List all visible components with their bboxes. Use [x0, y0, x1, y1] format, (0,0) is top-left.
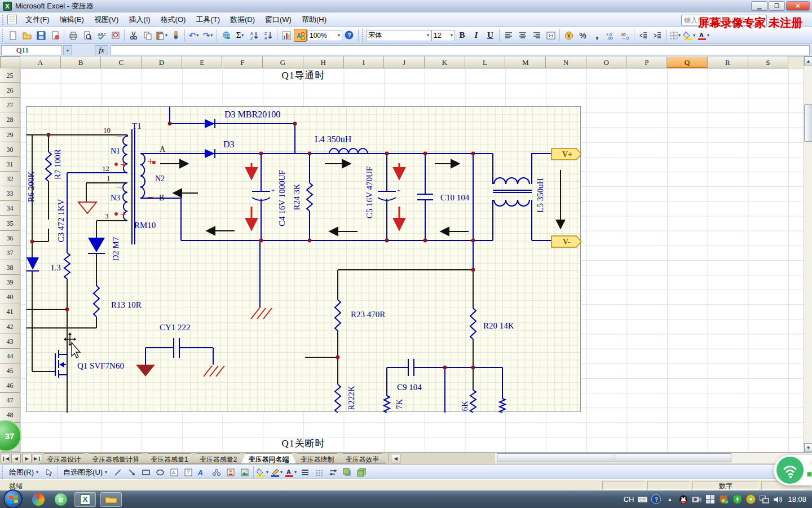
- row-header-33[interactable]: 33: [0, 186, 20, 201]
- name-box[interactable]: Q11: [1, 45, 62, 55]
- sort-ascending-icon[interactable]: AZ: [248, 29, 261, 42]
- shadow-style-icon[interactable]: [341, 466, 354, 479]
- paste-icon[interactable]: ▾: [155, 29, 168, 42]
- column-header-N[interactable]: N: [546, 56, 586, 68]
- insert-picture-icon[interactable]: [238, 466, 251, 479]
- menu-insert[interactable]: 插入(I): [123, 13, 155, 27]
- line-style-icon[interactable]: [298, 466, 311, 479]
- rectangle-icon[interactable]: [139, 466, 152, 479]
- decrease-decimal-icon[interactable]: .00→.0: [619, 29, 632, 42]
- restore-button[interactable]: ❐: [769, 1, 785, 11]
- bold-button[interactable]: B: [456, 29, 469, 42]
- undo-icon[interactable]: ↶▾: [187, 29, 200, 42]
- row-header-38[interactable]: 38: [0, 260, 20, 275]
- row-header-28[interactable]: 28: [0, 112, 20, 127]
- next-sheet-icon[interactable]: ▶: [22, 454, 32, 463]
- column-header-E[interactable]: E: [182, 56, 223, 68]
- arrow-style-icon[interactable]: [326, 466, 339, 479]
- permission-icon[interactable]: [48, 29, 61, 42]
- format-painter-icon[interactable]: [169, 29, 182, 42]
- spelling-icon[interactable]: ABC: [95, 29, 108, 42]
- sort-descending-icon[interactable]: ZA: [262, 29, 275, 42]
- clock[interactable]: 18:08: [788, 495, 806, 503]
- taskbar-app-icon-browser[interactable]: e: [54, 492, 68, 507]
- column-header-F[interactable]: F: [223, 56, 263, 68]
- row-header-25[interactable]: 25: [0, 68, 20, 83]
- font-color-icon[interactable]: A▾: [697, 29, 710, 42]
- network-icon[interactable]: [760, 494, 769, 504]
- start-button[interactable]: [3, 489, 23, 508]
- textbox-icon[interactable]: A: [167, 466, 180, 479]
- menu-help[interactable]: 帮助(H): [297, 13, 332, 27]
- help-icon[interactable]: ?: [343, 29, 356, 42]
- qq-icon[interactable]: [678, 494, 688, 504]
- bear-security-icon[interactable]: [719, 494, 729, 504]
- row-header-39[interactable]: 39: [0, 275, 20, 290]
- row-header-47[interactable]: 47: [0, 393, 20, 408]
- taskbar-app-icon-360[interactable]: [31, 492, 46, 507]
- vertical-scroll-thumb[interactable]: [804, 104, 812, 142]
- chart-wizard-icon[interactable]: [280, 29, 293, 42]
- font-size-select[interactable]: 12▾: [431, 30, 455, 41]
- row-header-27[interactable]: 27: [0, 98, 20, 112]
- show-hidden-icons[interactable]: ▲: [665, 494, 674, 504]
- italic-button[interactable]: I: [470, 29, 483, 42]
- horizontal-scrollbar[interactable]: ⁞⁞⁞: [495, 453, 812, 463]
- green-shield-icon[interactable]: [732, 494, 742, 504]
- menu-edit[interactable]: 编辑(E): [55, 13, 89, 27]
- recorder-icon[interactable]: [692, 494, 701, 504]
- column-header-O[interactable]: O: [586, 56, 627, 68]
- row-header-40[interactable]: 40: [0, 290, 20, 304]
- font-color-icon[interactable]: A▾: [284, 466, 297, 479]
- close-button[interactable]: ✕: [786, 1, 810, 11]
- increase-indent-icon[interactable]: [651, 29, 664, 42]
- vertical-textbox-icon[interactable]: [182, 466, 195, 479]
- row-header-45[interactable]: 45: [0, 364, 20, 378]
- oval-icon[interactable]: [153, 466, 166, 479]
- name-box-dropdown-icon[interactable]: ▾: [63, 45, 72, 55]
- sheet-tab-5[interactable]: 变压器绕制: [293, 453, 341, 464]
- select-all-corner[interactable]: [0, 56, 20, 68]
- save-icon[interactable]: [34, 29, 47, 42]
- currency-icon[interactable]: ¥: [562, 29, 575, 42]
- row-header-32[interactable]: 32: [0, 172, 20, 186]
- align-left-icon[interactable]: [502, 29, 515, 42]
- fill-color-icon[interactable]: ▾: [256, 466, 269, 479]
- row-header-36[interactable]: 36: [0, 231, 20, 246]
- column-header-I[interactable]: I: [344, 56, 385, 68]
- cut-icon[interactable]: [127, 29, 140, 42]
- line-color-icon[interactable]: ▾: [270, 466, 283, 479]
- autosum-icon[interactable]: Σ▾: [233, 29, 246, 42]
- column-header-M[interactable]: M: [505, 56, 546, 68]
- hyperlink-icon[interactable]: [219, 29, 232, 42]
- column-header-P[interactable]: P: [627, 56, 668, 68]
- autoshapes-menu-button[interactable]: 自选图形(U)▾: [60, 466, 111, 479]
- sheet-tab-2[interactable]: 变压器感量1: [143, 453, 196, 464]
- row-header-35[interactable]: 35: [0, 216, 20, 231]
- column-header-L[interactable]: L: [465, 56, 506, 68]
- column-header-J[interactable]: J: [384, 56, 425, 68]
- column-header-A[interactable]: A: [20, 56, 61, 68]
- first-sheet-icon[interactable]: ❙◀: [1, 454, 10, 463]
- menu-window[interactable]: 窗口(W): [260, 13, 297, 27]
- language-indicator[interactable]: CH: [624, 495, 634, 503]
- sheet-tab-1[interactable]: 变压器感量计算: [85, 453, 147, 464]
- borders-icon[interactable]: ▾: [669, 29, 682, 42]
- clipart-icon[interactable]: [224, 466, 237, 479]
- zoom-select[interactable]: 100%▾: [307, 30, 342, 41]
- percent-icon[interactable]: %: [576, 29, 589, 42]
- row-header-42[interactable]: 42: [0, 319, 20, 334]
- sheet-tab-4-active[interactable]: 变压器同名端: [241, 453, 296, 464]
- increase-decimal-icon[interactable]: +.0.00: [604, 29, 617, 42]
- menu-view[interactable]: 视图(V): [89, 13, 123, 27]
- menu-format[interactable]: 格式(O): [156, 13, 191, 27]
- wifi-widget[interactable]: ↓ ▣: [774, 455, 812, 485]
- row-header-37[interactable]: 37: [0, 246, 20, 260]
- copy-icon[interactable]: [141, 29, 154, 42]
- column-header-H[interactable]: H: [303, 56, 344, 68]
- print-preview-icon[interactable]: [81, 29, 94, 42]
- windows-tray-icon[interactable]: [705, 494, 715, 504]
- column-header-R[interactable]: R: [708, 56, 748, 68]
- row-header-30[interactable]: 30: [0, 142, 20, 157]
- horizontal-scroll-thumb[interactable]: ⁞⁞⁞: [497, 453, 731, 462]
